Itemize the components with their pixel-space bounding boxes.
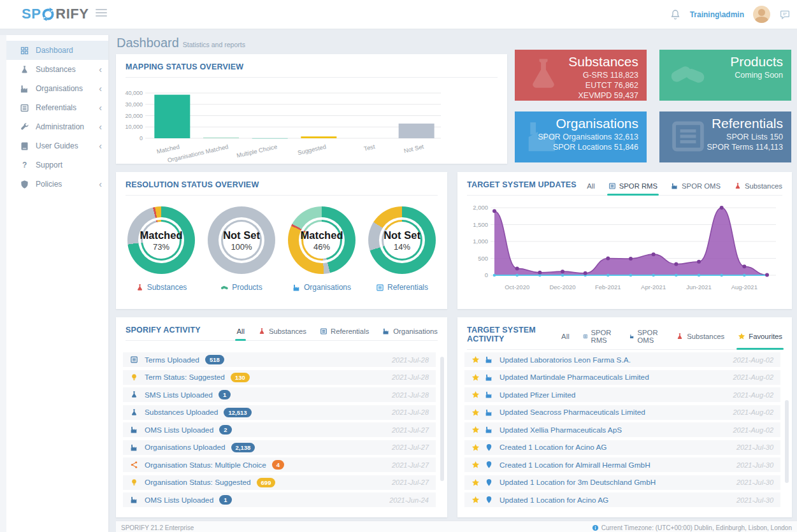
chevron-left-icon: ‹: [99, 180, 102, 189]
donut-percent: 46%: [313, 242, 330, 252]
avatar[interactable]: [753, 6, 770, 23]
pin-icon: [485, 461, 493, 469]
activity-row[interactable]: Terms Uploaded5182021-Jul-28: [123, 352, 436, 367]
activity-row[interactable]: Organisation Status: Multiple Choice4202…: [123, 457, 436, 472]
chat-icon[interactable]: [779, 9, 791, 20]
flask-icon: [676, 333, 684, 340]
activity-row[interactable]: Organisations Uploaded2,1382021-Jul-27: [123, 440, 436, 455]
pin-icon: [485, 443, 493, 452]
activity-text: Substances Uploaded: [145, 408, 218, 417]
star-icon: [471, 426, 480, 434]
target-updates-area-chart: 05001,0001,5002,000Oct-2020Dec-2020Feb-2…: [463, 200, 787, 301]
activity-row[interactable]: Updated Martindale Pharmaceuticals Limit…: [464, 370, 780, 385]
updates-tab-all[interactable]: All: [587, 182, 595, 196]
svg-text:2,000: 2,000: [473, 204, 488, 211]
donut-chart[interactable]: Not Set14%: [368, 206, 436, 274]
user-menu[interactable]: Training\admin: [690, 10, 744, 19]
sporify-tab-referentials[interactable]: Referentials: [320, 327, 369, 341]
target-tab-substances[interactable]: Substances: [676, 329, 724, 350]
activity-row[interactable]: SMS Lists Uploaded12021-Jul-28: [123, 387, 436, 402]
sidebar-item-administration[interactable]: Administration‹: [6, 117, 108, 136]
target-tab-spor-oms[interactable]: SPOR OMS: [629, 329, 663, 350]
activity-date: 2021-Jul-28: [392, 373, 429, 381]
count-badge: 2,138: [231, 443, 255, 452]
activity-text: Terms Uploaded: [145, 356, 199, 364]
activity-row[interactable]: OMS Lists Uploaded22021-Jul-27: [123, 422, 436, 437]
activity-row[interactable]: OMS Lists Uploaded12021-Jun-24: [123, 492, 436, 507]
factory-icon: [629, 333, 635, 340]
activity-date: 2021-Jul-30: [736, 496, 773, 504]
donut-category-substances[interactable]: Substances: [136, 283, 187, 292]
scrollbar[interactable]: [785, 400, 789, 483]
activity-row[interactable]: Updated 1 Location for 3m Deutschland Gm…: [464, 475, 780, 490]
target-tab-favourites[interactable]: Favourites: [738, 329, 782, 350]
activity-date: 2021-Aug-02: [733, 408, 773, 416]
tile-organisations[interactable]: OrganisationsSPOR Organisations 32,613SP…: [515, 111, 647, 162]
sidebar-item-dashboard[interactable]: Dashboard: [6, 41, 108, 60]
panel-mapping-status: MAPPING STATUS OVERVIEW 010,00020,00030,…: [116, 54, 507, 164]
updates-tab-spor-oms[interactable]: SPOR OMS: [671, 182, 721, 196]
activity-row[interactable]: Organisation Status: Suggested6992021-Ju…: [123, 475, 436, 490]
pills-icon: [668, 55, 708, 94]
activity-row[interactable]: Substances Uploaded12,5132021-Jul-28: [123, 405, 436, 420]
sidebar-item-label: Organisations: [36, 84, 83, 93]
donut-chart[interactable]: Matched46%: [288, 206, 355, 274]
tab-label: All: [561, 333, 570, 340]
activity-row[interactable]: Updated Pfizer Limited2021-Aug-02: [464, 387, 780, 402]
wrench-icon: [20, 122, 29, 132]
tile-substances[interactable]: SubstancesG-SRS 118,823EUTCT 76,862XEVMP…: [515, 50, 647, 101]
sync-icon: [41, 8, 55, 21]
star-icon: [471, 408, 480, 417]
updates-tab-substances[interactable]: Substances: [734, 182, 782, 196]
page-title: DashboardStatistics and reports: [117, 36, 245, 50]
donut-status-label: Not Set: [223, 229, 260, 241]
flask-icon: [136, 284, 144, 292]
activity-row[interactable]: Updated Xellia Pharmaceuticals ApS2021-A…: [464, 422, 780, 437]
tab-label: SPOR OMS: [638, 329, 663, 344]
tab-label: Referentials: [331, 327, 369, 335]
sporify-tab-substances[interactable]: Substances: [258, 327, 306, 341]
star-icon: [471, 356, 480, 364]
sidebar-item-referentials[interactable]: Referentials‹: [6, 98, 108, 117]
panel-title: RESOLUTION STATUS OVERVIEW: [126, 180, 259, 189]
question-icon: ?: [20, 161, 29, 170]
sporify-tab-all[interactable]: All: [236, 327, 245, 341]
donut-chart[interactable]: Matched73%: [127, 206, 195, 274]
sidebar-item-policies[interactable]: Policies‹: [6, 175, 108, 194]
sidebar-item-user-guides[interactable]: User Guides‹: [6, 136, 108, 155]
svg-text:20,000: 20,000: [125, 113, 143, 119]
target-tab-all[interactable]: All: [561, 329, 570, 350]
tile-products[interactable]: ProductsComing Soon: [659, 50, 791, 101]
pin-icon: [485, 478, 493, 487]
donut-category-organisations[interactable]: Organisations: [292, 283, 351, 292]
activity-row[interactable]: Created 1 Location for Acino AG2021-Jul-…: [464, 440, 780, 455]
target-tab-spor-rms[interactable]: SPOR RMS: [583, 329, 616, 350]
sidebar-item-substances[interactable]: Substances‹: [6, 60, 108, 79]
factory-icon: [382, 327, 390, 335]
donut-category-products[interactable]: Products: [220, 283, 262, 292]
star-icon: [471, 443, 480, 452]
sidebar-item-organisations[interactable]: Organisations‹: [6, 79, 108, 98]
target-activity-tabs: AllSPOR RMSSPOR OMSSubstancesFavourites: [561, 329, 782, 343]
scrollbar[interactable]: [440, 357, 444, 481]
svg-text:?: ?: [22, 161, 27, 169]
activity-row[interactable]: Created 1 Location for Almirall Hermal G…: [464, 457, 780, 472]
donut-status-label: Matched: [301, 229, 343, 241]
app-logo[interactable]: SP RIFY: [22, 6, 89, 22]
updates-tab-spor-rms[interactable]: SPOR RMS: [608, 182, 657, 196]
page-title-text: Dashboard: [117, 36, 179, 50]
donut-category-referentials[interactable]: Referentials: [376, 283, 428, 292]
menu-toggle-button[interactable]: [96, 9, 107, 18]
notifications-bell-icon[interactable]: [670, 9, 681, 20]
donut-chart[interactable]: Not Set100%: [208, 206, 275, 274]
tab-label: SPOR RMS: [591, 329, 615, 344]
activity-row[interactable]: Updated Seacross Pharmaceuticals Limited…: [464, 405, 780, 420]
sidebar-item-support[interactable]: ?Support: [6, 155, 108, 175]
sporify-tab-organisations[interactable]: Organisations: [382, 327, 438, 341]
activity-row[interactable]: Term Status: Suggested1302021-Jul-28: [123, 370, 436, 385]
activity-row[interactable]: Updated 1 Location for Acino AG2021-Jul-…: [464, 492, 780, 507]
tile-referentials[interactable]: ReferentialsSPOR Lists 150SPOR Terms 114…: [659, 111, 791, 162]
activity-row[interactable]: Updated Laboratorios Leon Farma S.A.2021…: [464, 352, 780, 367]
book-icon: [20, 141, 29, 151]
resolution-donuts: Matched73%SubstancesNot Set100%ProductsM…: [116, 206, 447, 292]
